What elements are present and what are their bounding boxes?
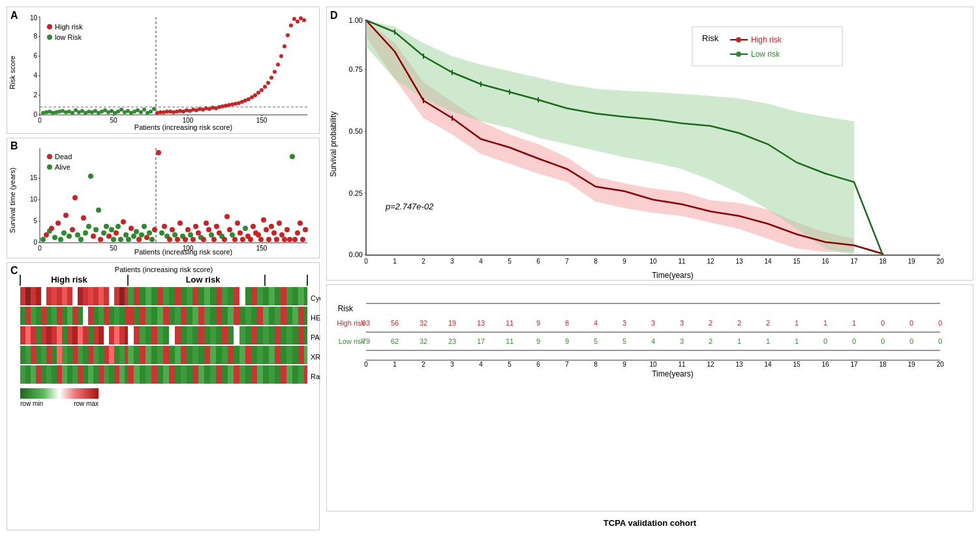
- svg-point-201: [269, 224, 274, 229]
- svg-text:16: 16: [821, 361, 829, 368]
- svg-rect-301: [169, 307, 175, 325]
- svg-point-163: [170, 227, 175, 232]
- svg-rect-428: [304, 346, 307, 364]
- svg-text:9: 9: [622, 361, 626, 368]
- svg-point-212: [298, 221, 303, 226]
- panel-a-chart: A Risk score Patients (increasing risk s…: [7, 7, 320, 134]
- svg-rect-332: [57, 326, 62, 345]
- svg-rect-309: [216, 307, 222, 325]
- svg-rect-402: [151, 346, 157, 364]
- svg-rect-452: [140, 365, 145, 384]
- svg-rect-224: [36, 287, 41, 305]
- svg-text:0.25: 0.25: [349, 189, 363, 197]
- svg-rect-462: [198, 365, 204, 384]
- svg-point-154: [144, 235, 149, 240]
- svg-text:11: 11: [678, 258, 686, 265]
- svg-text:0: 0: [364, 258, 368, 265]
- panel-d-chart: D Survival probability Time(years) 0.00 …: [327, 7, 953, 281]
- svg-text:8: 8: [33, 33, 37, 40]
- svg-rect-407: [181, 346, 187, 364]
- svg-rect-333: [62, 326, 67, 345]
- svg-text:0: 0: [33, 239, 37, 246]
- svg-point-176: [204, 221, 209, 226]
- risk-table: Risk High risk Low risk Time(years) 0 1: [326, 284, 973, 512]
- svg-text:9: 9: [622, 258, 626, 265]
- panel-d-label: D: [330, 10, 338, 21]
- svg-rect-280: [57, 307, 62, 325]
- svg-point-28: [70, 111, 74, 115]
- svg-rect-254: [198, 287, 204, 305]
- svg-text:0: 0: [938, 337, 942, 345]
- svg-rect-356: [187, 326, 192, 345]
- svg-rect-263: [251, 287, 257, 305]
- svg-rect-318: [269, 307, 275, 325]
- svg-rect-345: [125, 326, 128, 345]
- svg-text:93: 93: [362, 319, 370, 327]
- svg-rect-244: [140, 287, 145, 305]
- svg-rect-348: [140, 326, 145, 345]
- svg-point-128: [78, 237, 84, 242]
- svg-point-155: [147, 230, 152, 236]
- svg-rect-311: [228, 307, 234, 325]
- svg-point-91: [276, 63, 280, 67]
- svg-text:1: 1: [737, 337, 741, 345]
- svg-point-175: [201, 237, 206, 242]
- svg-point-48: [136, 108, 140, 112]
- svg-rect-302: [175, 307, 181, 325]
- svg-point-121: [58, 237, 63, 242]
- svg-point-183: [222, 237, 227, 242]
- svg-rect-245: [145, 287, 151, 305]
- svg-rect-267: [275, 287, 281, 305]
- svg-text:2: 2: [766, 319, 770, 327]
- svg-rect-291: [114, 307, 119, 325]
- svg-rect-466: [222, 365, 228, 384]
- svg-rect-382: [46, 346, 52, 364]
- svg-rect-475: [275, 365, 281, 384]
- svg-rect-347: [134, 326, 140, 345]
- svg-text:9: 9: [536, 319, 540, 327]
- svg-rect-349: [145, 326, 151, 345]
- svg-rect-371: [275, 326, 281, 345]
- svg-rect-269: [286, 287, 292, 305]
- svg-point-190: [240, 237, 245, 242]
- svg-rect-246: [151, 287, 157, 305]
- legend-low-risk-text: Low risk: [751, 50, 780, 59]
- svg-rect-367: [251, 326, 257, 345]
- svg-point-162: [167, 237, 172, 242]
- svg-text:5: 5: [594, 337, 598, 345]
- panel-c-label: C: [10, 265, 18, 276]
- svg-rect-324: [304, 307, 307, 325]
- svg-rect-453: [145, 365, 151, 384]
- svg-rect-277: [41, 307, 46, 325]
- svg-text:2: 2: [709, 337, 712, 345]
- svg-text:56: 56: [391, 319, 399, 327]
- svg-text:9: 9: [536, 337, 540, 345]
- svg-point-96: [292, 17, 296, 21]
- svg-text:0.75: 0.75: [349, 65, 363, 73]
- svg-rect-227: [52, 287, 57, 305]
- legend-min-label: row min: [20, 400, 43, 407]
- svg-rect-365: [239, 326, 245, 345]
- dot-lr: [41, 111, 45, 115]
- svg-rect-420: [257, 346, 263, 364]
- svg-text:6: 6: [536, 258, 540, 265]
- svg-rect-255: [204, 287, 210, 305]
- svg-text:1: 1: [795, 337, 799, 345]
- svg-point-133: [91, 234, 96, 239]
- svg-text:5: 5: [622, 337, 626, 345]
- svg-point-216: [47, 164, 52, 170]
- svg-rect-330: [46, 326, 52, 345]
- svg-point-137: [101, 230, 106, 236]
- svg-rect-321: [286, 307, 292, 325]
- svg-rect-403: [157, 346, 163, 364]
- svg-rect-377: [20, 346, 25, 364]
- svg-text:8: 8: [594, 361, 598, 368]
- svg-point-148: [129, 226, 134, 231]
- svg-point-50: [142, 108, 146, 112]
- svg-rect-465: [216, 365, 222, 384]
- right-panel: D Survival probability Time(years) 0.00 …: [326, 7, 973, 530]
- svg-point-93: [283, 44, 286, 48]
- svg-point-78: [234, 102, 237, 106]
- svg-rect-337: [83, 326, 88, 345]
- svg-text:8: 8: [594, 258, 598, 265]
